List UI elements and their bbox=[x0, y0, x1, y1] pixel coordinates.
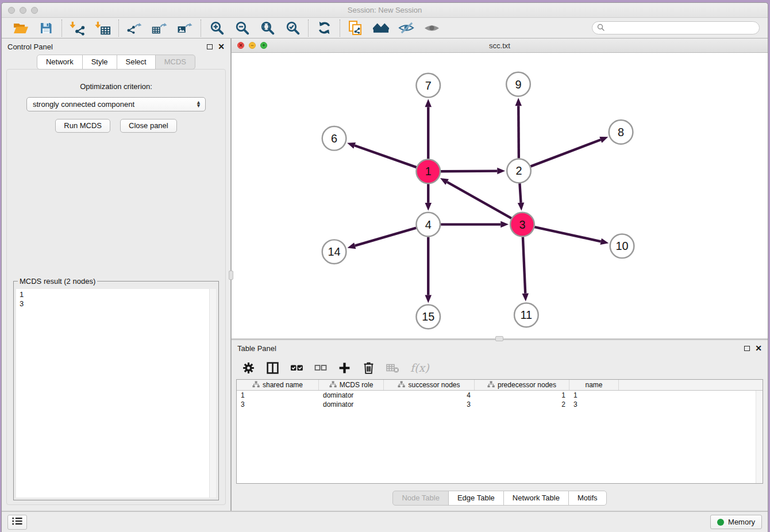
column-header-shared-name[interactable]: shared name bbox=[237, 380, 319, 390]
tab-network[interactable]: Network bbox=[37, 55, 83, 70]
float-panel-icon[interactable] bbox=[207, 44, 213, 49]
select-all-checkboxes-icon[interactable] bbox=[290, 361, 303, 374]
clear-checkboxes-icon[interactable] bbox=[314, 361, 327, 374]
tab-motifs[interactable]: Motifs bbox=[568, 491, 607, 506]
table-cell: 1 bbox=[237, 391, 319, 399]
graph-edge-2-3[interactable] bbox=[518, 183, 524, 211]
graph-node-3[interactable]: 3 bbox=[510, 213, 534, 237]
close-window-button[interactable] bbox=[8, 7, 15, 14]
tab-edge-table[interactable]: Edge Table bbox=[448, 491, 504, 506]
tab-node-table[interactable]: Node Table bbox=[392, 491, 449, 506]
export-image-icon[interactable] bbox=[177, 20, 193, 36]
tab-style[interactable]: Style bbox=[82, 55, 117, 70]
minimize-window-button[interactable] bbox=[20, 7, 26, 14]
control-panel-tabs: NetworkStyleSelectMCDS bbox=[2, 55, 230, 70]
graph-edge-4-3[interactable] bbox=[441, 221, 509, 228]
network-close-button[interactable]: ✕ bbox=[237, 42, 244, 49]
mcds-result-textarea[interactable]: 13 bbox=[16, 289, 216, 498]
network-window-titlebar: ✕ − + scc.txt bbox=[232, 38, 768, 53]
network-minimize-button[interactable]: − bbox=[249, 42, 256, 49]
mcds-result-line: 3 bbox=[20, 299, 213, 309]
table-cell: 3 bbox=[569, 400, 619, 408]
close-panel-button[interactable]: Close panel bbox=[120, 119, 177, 133]
network-maximize-button[interactable]: + bbox=[260, 42, 267, 49]
column-header-predecessor-nodes[interactable]: predecessor nodes bbox=[475, 380, 569, 390]
import-table-icon[interactable] bbox=[95, 20, 111, 36]
sort-hierarchy-icon bbox=[487, 381, 495, 390]
zoom-selected-icon[interactable] bbox=[284, 20, 301, 36]
graph-node-9[interactable]: 9 bbox=[506, 72, 530, 97]
maximize-window-button[interactable] bbox=[31, 7, 38, 14]
zoom-fit-icon[interactable] bbox=[259, 20, 275, 36]
graph-edge-3-1[interactable] bbox=[440, 178, 511, 218]
graph-edge-4-15[interactable] bbox=[425, 237, 432, 303]
graph-edge-2-8[interactable] bbox=[530, 137, 608, 167]
graph-node-7[interactable]: 7 bbox=[416, 74, 440, 98]
graph-node-11[interactable]: 11 bbox=[514, 303, 538, 327]
graph-node-6[interactable]: 6 bbox=[322, 126, 346, 151]
table-row[interactable]: 3dominator323 bbox=[237, 400, 763, 409]
column-header-mcds-role[interactable]: MCDS role bbox=[319, 380, 384, 390]
float-table-panel-icon[interactable] bbox=[744, 346, 750, 351]
close-panel-icon[interactable]: ✕ bbox=[218, 44, 225, 49]
graph-edge-3-10[interactable] bbox=[534, 227, 609, 245]
export-network-icon[interactable] bbox=[126, 20, 143, 36]
gear-icon[interactable] bbox=[242, 361, 255, 375]
graph-edge-1-2[interactable] bbox=[441, 168, 505, 175]
svg-text:2: 2 bbox=[515, 164, 522, 177]
graph-edge-1-6[interactable] bbox=[347, 142, 417, 167]
zoom-out-icon[interactable] bbox=[234, 20, 250, 36]
import-network-icon[interactable] bbox=[70, 20, 86, 36]
graph-node-14[interactable]: 14 bbox=[322, 240, 346, 264]
horizontal-splitter[interactable] bbox=[232, 338, 768, 340]
close-table-panel-icon[interactable]: ✕ bbox=[755, 345, 762, 351]
memory-status-dot bbox=[717, 519, 724, 526]
graph-node-10[interactable]: 10 bbox=[610, 234, 634, 258]
graph-node-2[interactable]: 2 bbox=[507, 159, 531, 183]
export-table-icon[interactable] bbox=[152, 20, 168, 36]
horizontal-splitter-handle[interactable] bbox=[495, 336, 503, 341]
search-input[interactable] bbox=[607, 24, 754, 32]
columns-icon[interactable] bbox=[266, 361, 279, 375]
refresh-icon[interactable] bbox=[316, 20, 332, 36]
panel-splitter-handle[interactable] bbox=[229, 271, 233, 280]
criterion-dropdown[interactable]: strongly connected component ▲▼ bbox=[26, 97, 206, 111]
graph-node-4[interactable]: 4 bbox=[416, 213, 440, 237]
zoom-in-icon[interactable] bbox=[209, 20, 225, 36]
duplicate-network-icon[interactable] bbox=[348, 20, 364, 36]
table-scrollbar[interactable] bbox=[756, 391, 763, 483]
graph-edge-4-14[interactable] bbox=[347, 228, 416, 249]
table-cell: 3 bbox=[237, 400, 319, 408]
graph-node-1[interactable]: 1 bbox=[416, 160, 440, 184]
column-header-name[interactable]: name bbox=[569, 380, 619, 390]
result-scrollbar[interactable] bbox=[209, 289, 216, 498]
application-window: Session: New Session Control Panel ✕ Net… bbox=[1, 2, 768, 532]
search-box[interactable] bbox=[592, 21, 760, 34]
table-header-row: shared nameMCDS rolesuccessor nodesprede… bbox=[237, 380, 763, 391]
table-row[interactable]: 1dominator411 bbox=[237, 391, 763, 400]
save-session-icon[interactable] bbox=[38, 20, 54, 36]
delete-column-icon[interactable] bbox=[362, 361, 375, 375]
first-neighbors-icon[interactable] bbox=[373, 20, 389, 36]
tab-select[interactable]: Select bbox=[117, 55, 156, 70]
memory-button[interactable]: Memory bbox=[710, 515, 762, 529]
tab-mcds[interactable]: MCDS bbox=[155, 55, 195, 70]
open-session-icon[interactable] bbox=[13, 20, 29, 36]
svg-text:8: 8 bbox=[618, 126, 624, 138]
network-canvas[interactable]: 7968124314101511 bbox=[232, 53, 768, 338]
task-history-button[interactable] bbox=[7, 515, 27, 530]
graph-edge-1-4[interactable] bbox=[425, 184, 432, 211]
show-all-icon bbox=[424, 20, 440, 36]
hide-selected-icon[interactable] bbox=[398, 20, 414, 36]
add-column-icon[interactable] bbox=[338, 361, 351, 375]
graph-edge-3-11[interactable] bbox=[522, 237, 528, 301]
graph-node-8[interactable]: 8 bbox=[609, 120, 633, 144]
tab-network-table[interactable]: Network Table bbox=[503, 491, 569, 506]
column-header-successor-nodes[interactable]: successor nodes bbox=[384, 380, 475, 390]
run-mcds-button[interactable]: Run MCDS bbox=[55, 119, 110, 133]
graph-edge-1-7[interactable] bbox=[425, 99, 432, 159]
graph-node-15[interactable]: 15 bbox=[416, 304, 440, 329]
graph-edge-2-9[interactable] bbox=[515, 98, 522, 158]
network-window-title: scc.txt bbox=[232, 41, 768, 50]
control-panel-title: Control Panel bbox=[7, 43, 53, 51]
